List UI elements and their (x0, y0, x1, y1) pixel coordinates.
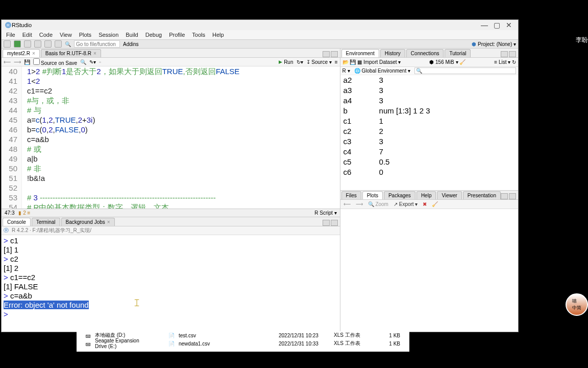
env-row[interactable]: a23 (340, 75, 518, 85)
env-row[interactable]: bnum [1:3] 1 2 3 (340, 106, 518, 116)
tab-files[interactable]: Files (341, 191, 361, 199)
pane-maximize-icon[interactable] (509, 51, 516, 57)
save-all-icon[interactable] (44, 40, 52, 48)
close-button[interactable]: ✕ (503, 21, 515, 29)
addins-dropdown[interactable]: Addins (123, 41, 139, 47)
env-row[interactable]: c33 (340, 136, 518, 147)
zoom-button[interactable]: 🔍 Zoom (368, 201, 388, 207)
new-file-icon[interactable] (4, 40, 11, 48)
refresh-icon[interactable]: ↻ (512, 59, 516, 65)
env-row[interactable]: a43 (340, 96, 518, 106)
env-row[interactable]: c60 (340, 167, 518, 177)
file-icon: 📄 (168, 333, 175, 338)
pane-minimize-icon[interactable] (323, 220, 330, 226)
save-icon[interactable]: 💾 (350, 59, 356, 65)
remove-plot-icon[interactable]: ✖ (423, 201, 427, 207)
tab-connections[interactable]: Connections (406, 49, 444, 57)
source-button[interactable]: ↧ Source ▾ (306, 59, 332, 65)
source-tabs: mytest2.R× Basis for R.UTF-8.R× (2, 49, 340, 58)
tab-plots[interactable]: Plots (362, 191, 383, 199)
env-row[interactable]: a33 (340, 85, 518, 96)
wand-icon[interactable]: ✎▾ (89, 59, 96, 65)
env-tabs: Environment History Connections Tutorial (340, 49, 518, 58)
drive-e[interactable]: Seagate Expansion Drive (E:) (95, 338, 150, 349)
tab-viewer[interactable]: Viewer (437, 191, 461, 199)
broom-icon[interactable]: 🧹 (459, 59, 465, 65)
env-selector[interactable]: 🌐 Global Environment ▾ (354, 68, 410, 74)
pane-minimize-icon[interactable] (501, 51, 508, 57)
file-row[interactable]: 📄 test.csv 2022/12/31 10:23 XLS 工作表 1 KB (159, 331, 409, 339)
menu-debug[interactable]: Debug (142, 32, 165, 38)
project-label[interactable]: ⬢ Project: (None) ▾ (472, 41, 516, 47)
pane-maximize-icon[interactable] (509, 193, 516, 199)
pane-maximize-icon[interactable] (331, 51, 338, 57)
source-tab-basis[interactable]: Basis for R.UTF-8.R× (41, 49, 101, 57)
rerun-icon[interactable]: ↻▾ (297, 59, 303, 65)
menu-edit[interactable]: Edit (19, 32, 36, 38)
goto-input[interactable] (74, 40, 120, 48)
menu-session[interactable]: Session (95, 32, 122, 38)
source-tab-mytest2[interactable]: mytest2.R× (3, 49, 40, 57)
menu-build[interactable]: Build (122, 32, 141, 38)
load-icon[interactable]: 📂 (342, 59, 349, 65)
forward-icon[interactable]: ⟶ (14, 59, 21, 65)
pane-minimize-icon[interactable] (323, 51, 330, 57)
minimize-button[interactable]: — (478, 21, 491, 29)
save-icon[interactable] (34, 40, 41, 48)
tab-environment[interactable]: Environment (341, 49, 379, 57)
tab-presentation[interactable]: Presentation (463, 191, 501, 199)
print-icon[interactable] (55, 40, 62, 48)
env-row[interactable]: c11 (340, 116, 518, 126)
pane-minimize-icon[interactable] (501, 193, 508, 199)
tab-console[interactable]: Console (3, 218, 31, 226)
env-table[interactable]: a23a33a43bnum [1:3] 1 2 3c11c22c33c47c50… (340, 75, 518, 190)
run-button[interactable]: Run (279, 59, 293, 65)
file-explorer[interactable]: 🖴本地磁盘 (D:) 🖴Seagate Expansion Drive (E:)… (77, 331, 409, 352)
tab-terminal[interactable]: Terminal (32, 218, 60, 226)
save-icon[interactable]: 💾 (24, 59, 30, 65)
search-icon: 🔍 (65, 41, 71, 47)
console-output[interactable]: 𝙸 > c1[1] 1> c2[1] 2> c1==c2[1] FALSE> c… (2, 235, 340, 332)
maximize-button[interactable]: ▢ (491, 21, 503, 29)
tab-bgjobs[interactable]: Background Jobs× (61, 218, 115, 226)
tab-packages[interactable]: Packages (384, 191, 415, 199)
tab-tutorial[interactable]: Tutorial (445, 49, 471, 57)
find-icon[interactable]: 🔍 (80, 59, 86, 65)
env-row[interactable]: c50.5 (340, 157, 518, 167)
pane-maximize-icon[interactable] (331, 220, 338, 226)
new-project-icon[interactable] (14, 40, 21, 48)
close-icon[interactable]: × (32, 51, 35, 56)
menu-help[interactable]: Help (209, 32, 228, 38)
tab-help[interactable]: Help (416, 191, 436, 199)
avatar: 喵中简 (566, 293, 588, 316)
back-icon[interactable]: ⟵ (4, 59, 11, 65)
env-row[interactable]: c47 (340, 147, 518, 157)
list-view-toggle[interactable]: ≡ List ▾ (494, 59, 510, 65)
report-icon[interactable]: ▫ (99, 59, 101, 65)
menu-code[interactable]: Code (36, 32, 56, 38)
plot-forward-icon[interactable]: ⟶ (356, 201, 363, 207)
open-file-icon[interactable] (24, 40, 31, 48)
tab-history[interactable]: History (380, 49, 405, 57)
import-dataset-button[interactable]: ▦ Import Dataset ▾ (357, 59, 401, 65)
file-row[interactable]: 📄 newdata1.csv 2022/12/31 10:33 XLS 工作表 … (159, 339, 409, 348)
file-type-label[interactable]: R Script ▾ (314, 210, 336, 216)
env-row[interactable]: c22 (340, 126, 518, 136)
env-scope: R ▾ 🌐 Global Environment ▾ (340, 67, 518, 75)
memory-usage[interactable]: ⬢ 156 MiB ▾ (429, 59, 458, 65)
menu-profile[interactable]: Profile (165, 32, 188, 38)
export-button[interactable]: ↗ Export ▾ (394, 201, 418, 207)
outline-icon[interactable]: ≡ (335, 59, 338, 65)
menu-view[interactable]: View (56, 32, 76, 38)
source-on-save-check[interactable]: Source on Save (33, 58, 77, 66)
menu-file[interactable]: File (3, 32, 19, 38)
menu-plots[interactable]: Plots (76, 32, 95, 38)
close-icon[interactable]: × (93, 51, 96, 56)
env-search[interactable] (414, 67, 516, 74)
menu-tools[interactable]: Tools (188, 32, 209, 38)
code-editor[interactable]: 401>2 #判断1是否大于2，如果大于则返回TRUE,否则返回FALSE411… (2, 66, 340, 209)
drive-icon: 🖴 (86, 341, 91, 347)
plot-back-icon[interactable]: ⟵ (344, 201, 351, 207)
lang-selector[interactable]: R ▾ (342, 68, 350, 74)
clear-all-icon[interactable]: 🧹 (432, 201, 438, 207)
